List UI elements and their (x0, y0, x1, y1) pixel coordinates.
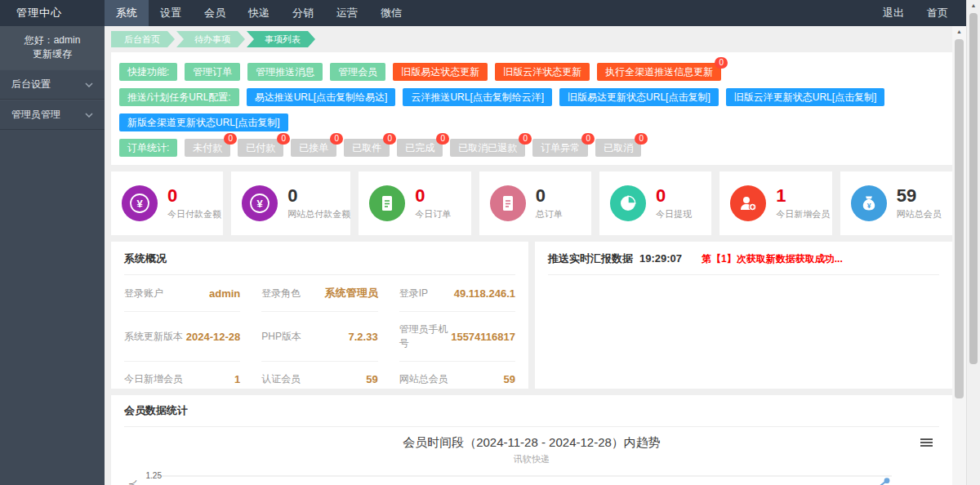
action-button[interactable]: 已取消0 (595, 139, 641, 157)
action-button[interactable]: 管理推送消息 (247, 63, 323, 81)
svg-text:¥: ¥ (257, 198, 264, 210)
button-row: 推送/计划任务URL配置:易达推送URL[点击复制给易达]云洋推送URL[点击复… (119, 81, 944, 131)
pie-chart-icon (610, 185, 646, 221)
system-overview-title: 系统概况 (124, 251, 515, 275)
top-menu-item[interactable]: 分销 (281, 0, 325, 26)
count-badge: 0 (436, 133, 449, 145)
overview-label: 认证会员 (261, 372, 301, 386)
chart-plot-area: 单位:人1.25-0.2511/2811/2911/3012/0112/0212… (124, 469, 939, 485)
stat-value: 0 (167, 186, 221, 206)
stat-label: 今日订单 (415, 208, 451, 220)
top-menu-item[interactable]: 系统 (105, 0, 149, 26)
top-link[interactable]: 首页 (915, 0, 960, 26)
sidebar-item[interactable]: 管理员管理 (0, 100, 105, 130)
chart-subtitle: 讯软快递 (124, 453, 939, 465)
action-button[interactable]: 云洋推送URL[点击复制给云洋] (403, 88, 552, 106)
stat-card: 0总订单 (479, 171, 591, 235)
overview-cell: PHP版本7.2.33 (261, 312, 377, 362)
stat-label: 网站总会员 (897, 208, 942, 220)
overview-cell: 今日新增会员1 (124, 362, 240, 389)
document-icon (490, 185, 526, 221)
action-button[interactable]: 旧版云洋状态更新 (495, 63, 590, 81)
stat-value: 0 (656, 186, 692, 206)
top-link[interactable]: 退出 (871, 0, 915, 26)
scroll-up-icon[interactable]: ▲ (967, 0, 980, 11)
svg-text:1.25: 1.25 (146, 471, 163, 480)
content-scrollbar[interactable]: ▲ (952, 26, 966, 485)
stat-card-meta: 0总订单 (536, 186, 563, 220)
action-button[interactable]: 管理会员 (330, 63, 385, 81)
count-badge: 0 (581, 133, 595, 145)
top-menu-item[interactable]: 快递 (237, 0, 281, 26)
system-overview-grid: 登录账户admin登录角色系统管理员登录IP49.118.246.1系统更新版本… (124, 275, 515, 389)
chart-title: 会员时间段（2024-11-28 - 2024-12-28）内趋势 (124, 435, 939, 451)
member-trend-chart: 会员时间段（2024-11-28 - 2024-12-28）内趋势 讯软快递 单… (124, 435, 939, 485)
top-menu-item[interactable]: 会员 (193, 0, 237, 26)
yen-circle-icon: ¥ (122, 185, 158, 221)
stat-label: 今日新增会员 (776, 208, 830, 220)
push-report-header: 推送实时汇报数据 19:29:07 第【1】次获取新数据获取成功... (548, 251, 939, 275)
breadcrumb-tab[interactable]: 后台首页 (111, 31, 175, 47)
sidebar-item-label: 后台设置 (11, 78, 51, 91)
overview-value: 1 (234, 373, 240, 385)
action-button[interactable]: 执行全渠道推送信息更新0 (597, 63, 721, 81)
row-label: 订单统计: (119, 139, 177, 157)
breadcrumb: 后台首页待办事项事项列表 (111, 31, 952, 47)
overview-cell: 登录IP49.118.246.1 (399, 275, 515, 312)
overview-label: 今日新增会员 (124, 372, 183, 386)
svg-text:¥: ¥ (136, 198, 143, 210)
stat-card: ¥0今日付款金额 (111, 171, 223, 235)
action-button[interactable]: 已取消已退款0 (450, 139, 525, 157)
user-add-icon (730, 185, 766, 221)
overview-label: PHP版本 (261, 330, 301, 344)
page-scrollbar-thumb[interactable] (969, 13, 978, 364)
main-content: 后台首页待办事项事项列表 快捷功能:管理订单管理推送消息管理会员旧版易达状态更新… (105, 26, 952, 485)
stat-label: 网站总付款金额 (287, 208, 350, 220)
count-badge: 0 (519, 133, 532, 145)
overview-label: 系统更新版本 (124, 330, 183, 344)
refresh-cache-link[interactable]: 更新缓存 (3, 47, 101, 61)
content-scrollbar-thumb[interactable] (955, 39, 964, 398)
overview-cell: 网站总会员59 (399, 362, 515, 389)
action-button[interactable]: 易达推送URL[点击复制给易达] (247, 88, 396, 106)
action-button[interactable]: 已完成0 (397, 139, 443, 157)
stat-card-meta: 0网站总付款金额 (287, 186, 350, 220)
action-button[interactable]: 已接单0 (291, 139, 336, 157)
chart-menu-icon[interactable] (920, 437, 933, 448)
top-menu-item[interactable]: 运营 (325, 0, 369, 26)
action-button[interactable]: 旧版易达更新状态URL[点击复制] (559, 88, 719, 106)
sidebar-item[interactable]: 后台设置 (0, 69, 105, 100)
page-scrollbar[interactable]: ▲ (966, 0, 980, 485)
count-badge: 0 (383, 133, 396, 145)
overview-label: 管理员手机号 (399, 323, 452, 350)
count-badge: 0 (224, 133, 237, 145)
button-row: 快捷功能:管理订单管理推送消息管理会员旧版易达状态更新旧版云洋状态更新执行全渠道… (119, 56, 944, 81)
stat-cards-row: ¥0今日付款金额¥0网站总付款金额0今日订单0总订单0今日提现1今日新增会员¥5… (111, 171, 952, 235)
action-button[interactable]: 订单异常0 (532, 139, 588, 157)
topbar-spacer (413, 0, 871, 26)
action-button[interactable]: 旧版云洋更新状态URL[点击复制] (726, 88, 885, 106)
top-menu-item[interactable]: 微信 (369, 0, 413, 26)
stat-card-meta: 0今日付款金额 (167, 186, 221, 220)
app-title: 管理中心 (0, 0, 105, 26)
top-navbar: 管理中心 系统设置会员快递分销运营微信 退出首页 (0, 0, 966, 26)
top-menu-item[interactable]: 设置 (149, 0, 193, 26)
stat-value: 59 (897, 186, 942, 206)
breadcrumb-tab[interactable]: 待办事项 (176, 31, 245, 47)
action-button[interactable]: 旧版易达状态更新 (393, 63, 488, 81)
stat-label: 今日提现 (656, 208, 692, 220)
breadcrumb-tab[interactable]: 事项列表 (247, 31, 315, 47)
count-badge: 0 (277, 133, 290, 145)
action-button[interactable]: 管理订单 (185, 63, 240, 81)
push-report-time: 19:29:07 (639, 252, 682, 265)
scroll-up-icon[interactable]: ▲ (952, 26, 966, 38)
action-button[interactable]: 新版全渠道更新状态URL[点击复制] (119, 113, 288, 131)
chevron-down-icon (85, 113, 93, 118)
count-badge: 0 (715, 57, 728, 69)
action-button[interactable]: 未付款0 (185, 139, 230, 157)
action-button[interactable]: 已取件0 (344, 139, 390, 157)
count-badge: 0 (330, 133, 343, 145)
action-button[interactable]: 已付款0 (238, 139, 283, 157)
sidebar-menu: 后台设置管理员管理 (0, 69, 105, 130)
overview-cell: 管理员手机号15574116817 (399, 312, 515, 362)
